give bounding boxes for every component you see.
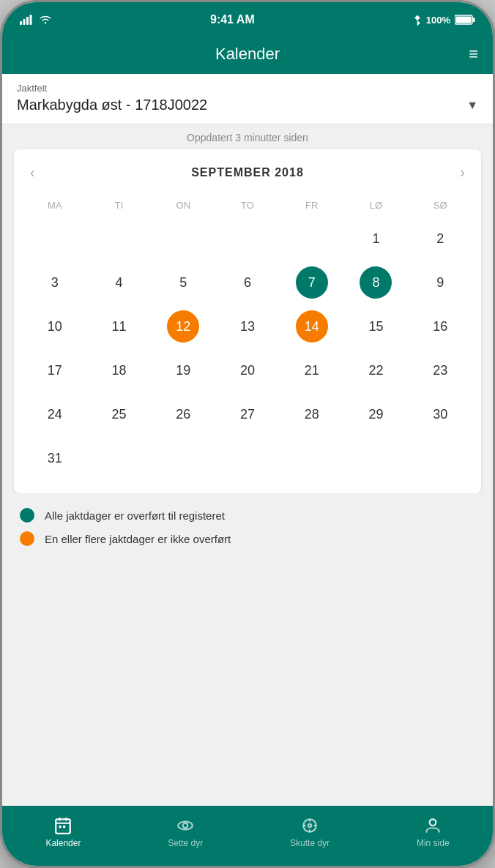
svg-rect-13 [63,826,65,828]
legend-section: Alle jaktdager er overført til registere… [2,493,493,569]
battery-icon [455,15,475,25]
calendar-day[interactable]: 17 [23,350,87,391]
calendar-day[interactable]: 1 [344,218,409,259]
legend-item: En eller flere jaktdager er ikke overfør… [20,531,475,546]
jaktfelt-section[interactable]: Jaktfelt Markabygda øst - 1718J0022 ▼ [2,74,493,124]
tab-min-side[interactable]: Min side [405,813,461,851]
calendar-header: ‹ SEPTEMBER 2018 › [23,161,472,184]
weekday-label: SØ [408,197,472,214]
calendar-day[interactable]: 30 [408,394,472,435]
calendar-day[interactable]: 28 [280,394,344,435]
calendar-day[interactable]: 25 [87,394,152,435]
calendar-weekdays: MATIONTOFRLØSØ [23,197,472,214]
signal-icon [20,15,34,25]
next-month-button[interactable]: › [453,161,472,184]
weekday-label: MA [23,197,87,214]
eye-tab-icon [176,816,195,835]
svg-rect-3 [30,15,32,25]
svg-rect-1 [23,19,26,25]
svg-point-21 [308,824,311,827]
weekday-label: LØ [344,197,409,214]
svg-point-4 [45,22,46,23]
phone-frame: 9:41 AM 100% Kalender ≡ Jaktfelt Markaby… [0,0,495,868]
svg-rect-6 [472,18,474,22]
calendar-day[interactable]: 3 [23,262,87,303]
calendar-day[interactable]: 6 [215,262,280,303]
calendar-day[interactable]: 7 [280,262,344,303]
jaktfelt-label: Jaktfelt [17,83,478,94]
status-left [20,15,52,25]
svg-point-23 [430,819,436,826]
svg-rect-0 [20,21,22,25]
weekday-label: FR [280,197,344,214]
legend-dot [20,508,34,523]
person-tab-icon [423,816,442,835]
calendar-day[interactable]: 15 [344,306,409,347]
battery-text: 100% [426,15,450,26]
calendar-day[interactable]: 19 [151,350,215,391]
calendar-container: ‹ SEPTEMBER 2018 › MATIONTOFRLØSØ 123456… [14,149,481,493]
status-time: 9:41 AM [210,13,255,26]
tab-min-side-label: Min side [417,838,450,848]
calendar-day[interactable]: 5 [151,262,215,303]
calendar-day[interactable]: 8 [344,262,409,303]
calendar-day[interactable]: 11 [87,306,152,347]
legend-text: Alle jaktdager er overført til registere… [45,509,225,522]
header-title: Kalender [215,45,280,64]
tab-sette-dyr[interactable]: Sette dyr [156,813,215,851]
status-bar: 9:41 AM 100% [2,2,493,34]
calendar-day[interactable]: 26 [151,394,215,435]
calendar-day[interactable]: 9 [408,262,472,303]
spacer [2,569,493,806]
calendar-day[interactable]: 27 [215,394,280,435]
legend-dot [20,531,34,546]
tab-sette-dyr-label: Sette dyr [168,838,203,848]
tab-kalender-label: Kalender [45,838,81,848]
legend-text: En eller flere jaktdager er ikke overfør… [45,533,231,545]
dropdown-arrow-icon: ▼ [466,99,478,112]
crosshair-tab-icon [300,816,319,835]
wifi-icon [39,15,52,25]
tab-skutte-dyr-label: Skutte dyr [290,838,330,848]
calendar-tab-icon [53,816,72,835]
calendar-day[interactable]: 31 [23,438,87,479]
calendar-days: 1234567891011121314151617181920212223242… [23,218,472,479]
bluetooth-icon [413,14,422,26]
calendar-day[interactable]: 12 [151,306,215,347]
calendar-day[interactable]: 13 [215,306,280,347]
calendar-day[interactable]: 2 [408,218,472,259]
status-right: 100% [413,14,475,26]
menu-button[interactable]: ≡ [469,45,478,64]
calendar-day[interactable]: 20 [215,350,280,391]
app-header: Kalender ≡ [2,34,493,74]
calendar-day[interactable]: 22 [344,350,409,391]
weekday-label: TI [87,197,152,214]
svg-rect-7 [455,17,471,23]
calendar-day[interactable]: 23 [408,350,472,391]
calendar-month-title: SEPTEMBER 2018 [191,166,304,179]
calendar-day[interactable]: 4 [87,262,152,303]
calendar-day[interactable]: 24 [23,394,87,435]
svg-rect-12 [59,826,62,828]
calendar-day[interactable]: 21 [280,350,344,391]
calendar-day[interactable]: 14 [280,306,344,347]
jaktfelt-select[interactable]: Markabygda øst - 1718J0022 ▼ [17,97,478,113]
jaktfelt-value: Markabygda øst - 1718J0022 [17,97,207,113]
prev-month-button[interactable]: ‹ [23,161,42,184]
tab-skutte-dyr[interactable]: Skutte dyr [278,813,341,851]
calendar-day[interactable]: 10 [23,306,87,347]
calendar-day[interactable]: 18 [87,350,152,391]
svg-rect-2 [26,17,29,25]
calendar-day[interactable]: 16 [408,306,472,347]
updated-text: Oppdatert 3 minutter siden [2,124,493,149]
tab-bar: Kalender Sette dyr Skutte dyr [2,806,493,866]
svg-point-15 [183,823,188,828]
tab-kalender[interactable]: Kalender [34,813,92,851]
calendar-day[interactable]: 29 [344,394,409,435]
weekday-label: ON [151,197,215,214]
legend-item: Alle jaktdager er overført til registere… [20,508,475,523]
weekday-label: TO [215,197,280,214]
